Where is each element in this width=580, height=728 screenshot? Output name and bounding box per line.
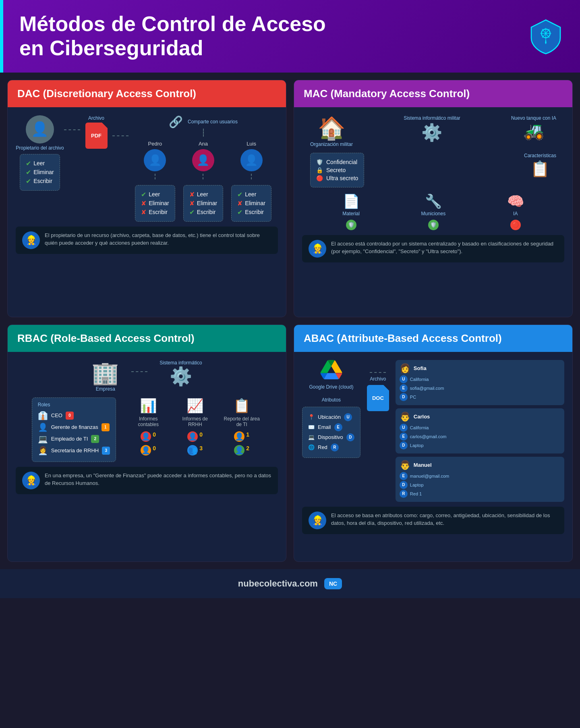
manuel-avatar: 👨: [400, 460, 410, 470]
tank-icon: 🚜: [523, 121, 544, 141]
luis-name: Luis: [246, 141, 256, 147]
gerente-badge: 1: [102, 423, 110, 431]
roles-title: Roles: [38, 402, 110, 408]
key-d: D: [400, 441, 408, 449]
mac-levels-box: 🛡️ Confidencial 🔒 Secreto 🔴 Ultra secret…: [310, 153, 364, 187]
x-icon: ✘: [189, 200, 195, 207]
ceo-label: CEO: [51, 412, 62, 418]
dac-card: DAC (Discretionary Access Control) 👤 Pro…: [7, 80, 286, 317]
manuel-attrs: E manuel@gmail.com D Laptop R Red 1: [400, 472, 560, 498]
page-footer: nubecolectiva.com NC: [0, 569, 580, 598]
material-icon: 📄: [343, 193, 360, 209]
check-icon: ✔: [26, 177, 31, 185]
atributos-label: Atributos: [322, 397, 341, 403]
mac-sistema: Sistema informático militar ⚙️: [404, 115, 460, 142]
empresa-label: Empresa: [96, 386, 115, 392]
mac-municiones: 🔧 Municiones 🛡️: [421, 193, 445, 230]
network-icon: 🌐: [308, 444, 315, 450]
mac-card: MAC (Mandatory Access Control) 🏠 Organiz…: [294, 80, 573, 317]
rbac-top-row: 🏢 Empresa Sistema informático ⚙️: [16, 360, 278, 392]
role-ceo: 👔 CEO 0: [38, 411, 110, 420]
abac-users: 👩 Sofia U California E sofia@gmail.com: [396, 360, 564, 502]
report-ti-icon: 📋: [233, 397, 250, 414]
abac-info-text: El acceso se basa en atributos como: car…: [331, 512, 558, 527]
rbac-info-text: En una empresa, un "Gerente de Finanzas"…: [45, 472, 271, 487]
ceo-badge: 0: [66, 412, 74, 420]
drive-icon: [320, 360, 342, 384]
report-rrhh-label: Informes de RRHH: [175, 416, 215, 427]
security-shield-icon: [528, 18, 564, 54]
abac-info-avatar: 👷: [309, 512, 326, 529]
abac-title: ABAC (Attribute-Based Access Control): [304, 332, 502, 344]
archivo-label: Archivo: [88, 115, 104, 121]
x-icon: ✘: [141, 200, 146, 207]
share-icon: 🔗: [169, 115, 183, 129]
dac-diagram: 👤 Propietario del archivo ✔ Leer ✔ Elimi…: [16, 115, 278, 222]
caract-label: Características: [524, 153, 556, 158]
abac-left: Google Drive (cloud) Atributos 📍 Ubicaci…: [302, 360, 360, 458]
dac-owner: 👤 Propietario del archivo ✔ Leer ✔ Elimi…: [16, 115, 64, 191]
empleado-badge: 2: [91, 435, 99, 443]
dac-share-users: 🔗 Comparte con usuarios Pedro 👤: [128, 115, 278, 222]
mac-middle: 🛡️ Confidencial 🔒 Secreto 🔴 Ultra secret…: [302, 153, 564, 187]
main-grid: DAC (Discretionary Access Control) 👤 Pro…: [0, 73, 580, 569]
list-icon: 📋: [530, 160, 549, 178]
municiones-icon: 🔧: [425, 193, 442, 209]
share-row: 🔗 Comparte con usuarios: [169, 115, 238, 129]
mac-top-row: 🏠 Organización militar Sistema informáti…: [302, 115, 564, 147]
tanque-label: Nuevo tanque con IA: [511, 115, 556, 121]
key-e: E: [400, 472, 408, 480]
check-icon: ✔: [141, 191, 146, 198]
key-u: U: [400, 375, 408, 383]
rbac-info-avatar: 👷: [22, 472, 40, 489]
user-pedro: Pedro 👤 ✔Leer ✘Eliminar ✘Escribir: [135, 141, 175, 222]
pedro-name: Pedro: [148, 141, 162, 147]
carlos-name: 👨 Carlos: [400, 412, 560, 422]
x-icon: ✘: [189, 191, 195, 198]
manuel-name: 👨 Manuel: [400, 460, 560, 470]
ia-icon: 🧠: [507, 193, 524, 209]
owner-permissions: ✔ Leer ✔ Eliminar ✔ Escribir: [20, 154, 60, 191]
role-gerente: 👤 Gerente de finanzas 1: [38, 422, 110, 432]
check-icon: ✔: [237, 191, 242, 198]
connector: [131, 371, 147, 372]
report-ti-users: 👤 1: [234, 431, 249, 442]
connector-line: [64, 129, 80, 130]
report-rrhh-icon: 📈: [186, 397, 203, 414]
carlos-avatar: 👨: [400, 412, 410, 422]
owner-avatar-icon: 👤: [26, 115, 54, 144]
municiones-badge: 🛡️: [428, 220, 439, 230]
empleado-icon: 💻: [38, 434, 48, 444]
page-header: Métodos de Control de Acceso en Ciberseg…: [0, 0, 580, 73]
dac-users-row: Pedro 👤 ✔Leer ✘Eliminar ✘Escribir: [135, 141, 271, 222]
owner-label: Propietario del archivo: [16, 145, 64, 151]
abac-manuel: 👨 Manuel E manuel@gmail.com D Laptop: [396, 457, 564, 502]
key-e: E: [334, 423, 342, 431]
municiones-label: Municiones: [421, 211, 445, 216]
material-badge: 🛡️: [346, 220, 356, 230]
key-u: U: [400, 424, 408, 432]
dac-info-text: El propietario de un recurso (archivo, c…: [45, 231, 271, 247]
mac-diagram: 🏠 Organización militar Sistema informáti…: [302, 115, 564, 230]
user-ana: Ana 👤 ✘Leer ✘Eliminar ✔Escribir: [183, 141, 224, 222]
secretaria-badge: 3: [102, 447, 110, 455]
connector: [370, 372, 386, 373]
info-avatar-icon: 👷: [22, 231, 40, 249]
dac-body: 👤 Propietario del archivo ✔ Leer ✔ Elimi…: [8, 107, 286, 317]
owner-perm-leer: ✔ Leer: [26, 160, 54, 167]
user-icon: 👤: [141, 431, 151, 442]
rbac-sistema: Sistema informático ⚙️: [160, 360, 202, 387]
user-luis: Luis 👤 ✔Leer ✘Eliminar ✔Escribir: [231, 141, 271, 222]
mac-tanque: Nuevo tanque con IA 🚜: [511, 115, 556, 141]
report-contables-label: Informes contables: [128, 416, 168, 427]
rbac-company: 🏢 Empresa: [91, 360, 119, 392]
email-icon: ✉️: [308, 424, 315, 430]
dac-header: DAC (Discretionary Access Control): [8, 80, 286, 107]
attr-dispositivo: 💻 Dispositivo D: [308, 433, 354, 441]
mac-header: MAC (Mandatory Access Control): [294, 80, 572, 107]
mac-material: 📄 Material 🛡️: [342, 193, 360, 230]
luis-avatar: 👤: [240, 149, 263, 171]
dac-file: Archivo PDF: [80, 115, 112, 149]
drive-section: Google Drive (cloud): [309, 360, 353, 390]
owner-perm-eliminar: ✔ Eliminar: [26, 168, 54, 176]
